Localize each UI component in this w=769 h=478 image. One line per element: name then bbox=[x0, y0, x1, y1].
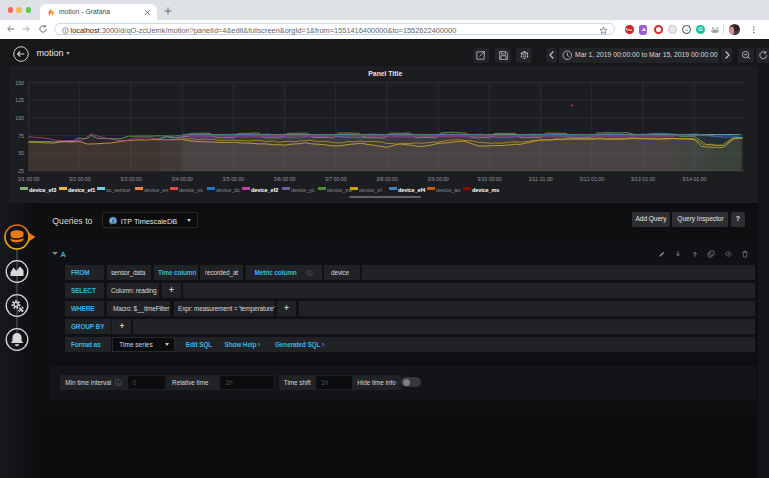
svg-text:3/13 01:00: 3/13 01:00 bbox=[631, 176, 656, 182]
svg-text:3/8 00:00: 3/8 00:00 bbox=[376, 176, 398, 182]
svg-text:3/12 01:00: 3/12 01:00 bbox=[580, 176, 605, 182]
svg-text:150: 150 bbox=[15, 80, 24, 86]
svg-text:3/5 00:00: 3/5 00:00 bbox=[223, 176, 245, 182]
svg-text:75: 75 bbox=[18, 133, 24, 139]
svg-text:3/4 00:00: 3/4 00:00 bbox=[171, 176, 193, 182]
svg-text:25: 25 bbox=[18, 168, 24, 174]
svg-text:3/6 00:00: 3/6 00:00 bbox=[274, 176, 296, 182]
svg-text:125: 125 bbox=[15, 97, 24, 103]
svg-text:50: 50 bbox=[18, 150, 24, 156]
svg-text:3/11 01:00: 3/11 01:00 bbox=[529, 176, 553, 182]
svg-text:100: 100 bbox=[15, 115, 24, 121]
svg-text:3/14 01:00: 3/14 01:00 bbox=[682, 176, 707, 182]
svg-text:3/1 00:00: 3/1 00:00 bbox=[18, 176, 40, 182]
svg-text:3/3 00:00: 3/3 00:00 bbox=[120, 176, 142, 182]
svg-text:3/2 00:00: 3/2 00:00 bbox=[69, 176, 91, 182]
svg-text:3/7 00:00: 3/7 00:00 bbox=[325, 176, 347, 182]
svg-text:3/10 00:00: 3/10 00:00 bbox=[477, 176, 502, 182]
svg-text:3/9 00:00: 3/9 00:00 bbox=[427, 176, 449, 182]
